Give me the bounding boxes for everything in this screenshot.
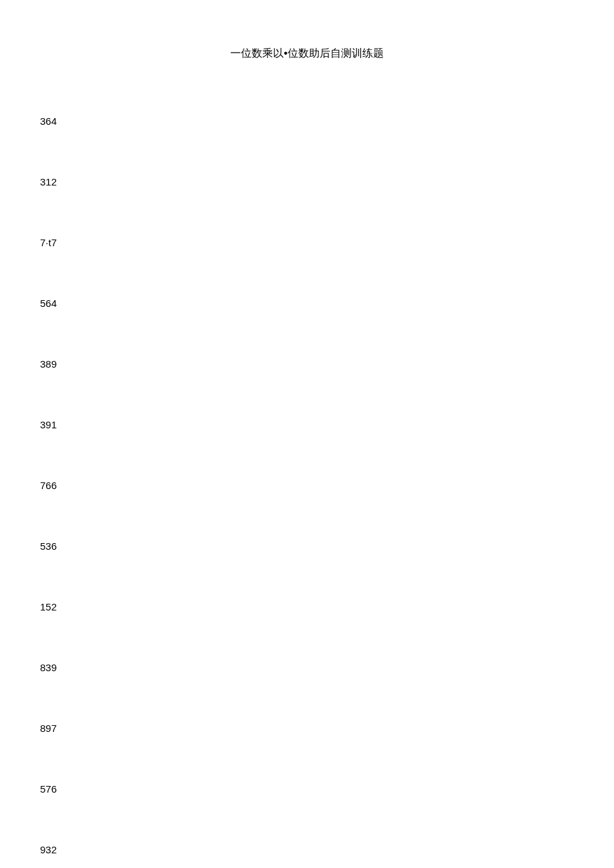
content-list: 364 312 7·t7 564 389 391 766 536 152 839… bbox=[40, 115, 57, 868]
list-item: 897 bbox=[40, 723, 57, 734]
list-item: 389 bbox=[40, 358, 57, 370]
list-item: 364 bbox=[40, 115, 57, 127]
list-item: 312 bbox=[40, 176, 57, 187]
list-item: 932 bbox=[40, 844, 57, 855]
page-title: 一位数乘以•位数助后自测训练题 bbox=[0, 47, 614, 61]
list-item: 766 bbox=[40, 480, 57, 491]
list-item: 564 bbox=[40, 298, 57, 309]
list-item: 391 bbox=[40, 419, 57, 430]
list-item: 839 bbox=[40, 662, 57, 673]
list-item: 152 bbox=[40, 601, 57, 612]
list-item: 7·t7 bbox=[40, 237, 57, 248]
list-item: 576 bbox=[40, 783, 57, 795]
list-item: 536 bbox=[40, 540, 57, 552]
